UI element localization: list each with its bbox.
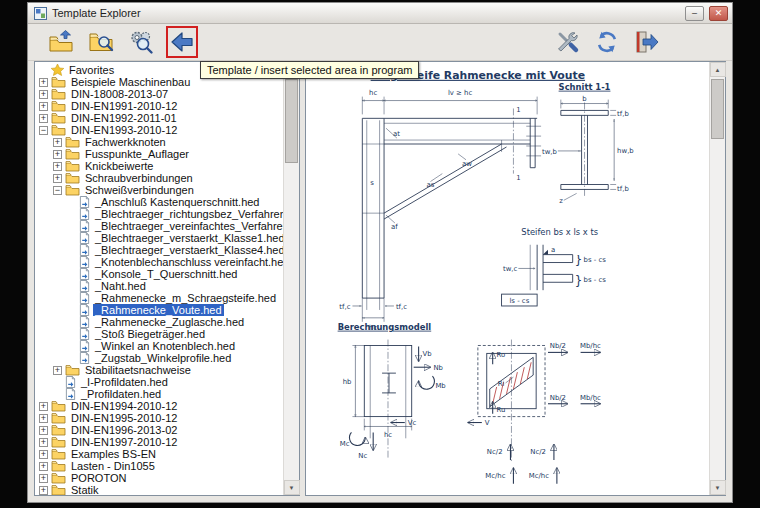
tree-item-file[interactable]: _Anschluß Kastenquerschnitt.hed: [35, 196, 283, 208]
tree-scrollbar[interactable]: ▲ ▼: [283, 62, 299, 495]
dwg-label: tf,b: [617, 110, 629, 118]
refresh-button[interactable]: [592, 27, 622, 57]
folder-icon: [65, 364, 80, 376]
tree-item-file[interactable]: _Blechtraeger_richtungsbez_Verfahren.hed: [35, 208, 283, 220]
folder-icon: [65, 184, 80, 196]
tree-expander[interactable]: +: [39, 450, 48, 459]
tree-item-file[interactable]: _Profildaten.hed: [35, 388, 283, 400]
folder-icon: [51, 448, 66, 460]
tree-expander[interactable]: +: [53, 150, 62, 159]
tree-scroll-thumb[interactable]: [285, 79, 298, 163]
frame-corner-figure: 1 1 at as af aw s: [339, 89, 541, 332]
tree-expander[interactable]: +: [39, 486, 48, 495]
preview-scroll-thumb[interactable]: [711, 79, 724, 139]
dwg-label: Nc/2: [487, 448, 503, 456]
tree-item-folder[interactable]: +DIN-EN1994-2010-12: [35, 400, 283, 412]
tree-item-file[interactable]: _Zugstab_Winkelprofile.hed: [35, 352, 283, 364]
dwg-label: b: [582, 95, 586, 103]
tree-item-folder[interactable]: −DIN-EN1993-2010-12: [35, 124, 283, 136]
tree-item-file[interactable]: _Blechtraeger_verstaerkt_Klasse1.hed: [35, 232, 283, 244]
scroll-down-icon[interactable]: ▼: [710, 480, 726, 495]
dwg-label: Mb: [435, 382, 445, 390]
scroll-down-icon[interactable]: ▼: [284, 480, 300, 495]
tree-expander[interactable]: +: [39, 438, 48, 447]
tree-item-file[interactable]: _Rahmenecke_m_Schraegsteife.hed: [35, 292, 283, 304]
folder-icon: [51, 436, 66, 448]
file-icon: [79, 208, 90, 220]
titlebar[interactable]: Template Explorer – ✕: [28, 3, 732, 24]
tree-item-label: _Rahmenecke_m_Schraegsteife.hed: [93, 292, 278, 304]
tree-item-label: _Profildaten.hed: [79, 388, 163, 400]
tree-item-folder[interactable]: +DIN-EN1996-2013-02: [35, 424, 283, 436]
tree-item-folder[interactable]: +DIN-EN1995-2010-12: [35, 412, 283, 424]
tree-item-file[interactable]: _Naht.hed: [35, 280, 283, 292]
file-icon: [79, 256, 90, 268]
tree-expander[interactable]: −: [53, 186, 62, 195]
tree-expander[interactable]: +: [39, 78, 48, 87]
tree-scroll-track[interactable]: [284, 77, 300, 480]
close-button[interactable]: ✕: [709, 6, 728, 21]
tree-item-file[interactable]: _Winkel an Knotenblech.hed: [35, 340, 283, 352]
tree-expander[interactable]: +: [53, 366, 62, 375]
tree-item-label: DIN-18008-2013-07: [69, 88, 170, 100]
scroll-up-icon[interactable]: ▲: [710, 62, 726, 77]
tree-item-label: DIN-EN1991-2010-12: [69, 100, 179, 112]
tree-item-label: DIN-EN1994-2010-12: [69, 400, 179, 412]
tree-item-label: Fusspunkte_Auflager: [83, 148, 191, 160]
tree-item-folder[interactable]: +DIN-EN1992-2011-01: [35, 112, 283, 124]
find-template-button[interactable]: [86, 27, 116, 57]
preview-scrollbar[interactable]: ▲ ▼: [709, 62, 725, 495]
tree-item-file[interactable]: _Knotenblechanschluss vereinfacht.hed: [35, 256, 283, 268]
dwg-label: as: [427, 181, 435, 189]
dwg-label: lv ≥ hc: [448, 89, 473, 97]
tree-expander[interactable]: +: [39, 426, 48, 435]
preview-scroll-track[interactable]: [710, 77, 726, 480]
tree-item-folder[interactable]: +Stabilitaetsnachweise: [35, 364, 283, 376]
settings-tools-button[interactable]: [552, 27, 582, 57]
tree-item-file[interactable]: _Konsole_T_Querschnitt.hed: [35, 268, 283, 280]
tree-item-file[interactable]: _Stoß Biegeträger.hed: [35, 328, 283, 340]
tree-expander[interactable]: +: [39, 114, 48, 123]
tree-expander[interactable]: +: [53, 162, 62, 171]
tree-expander[interactable]: +: [39, 402, 48, 411]
dwg-label: bs - cs: [584, 256, 607, 264]
tree-item-file[interactable]: _Rahmenecke_Zuglasche.hed: [35, 316, 283, 328]
tree-item-folder[interactable]: +Fachwerkknoten: [35, 136, 283, 148]
tree-item-folder[interactable]: +Fusspunkte_Auflager: [35, 148, 283, 160]
tree-expander[interactable]: +: [39, 102, 48, 111]
tree-item-folder[interactable]: +DIN-EN1997-2010-12: [35, 436, 283, 448]
insert-template-button[interactable]: [168, 28, 196, 56]
folder-icon: [51, 76, 66, 88]
tree-item-file[interactable]: _Rahmenecke_Voute.hed: [35, 304, 283, 316]
tree-item-folder[interactable]: +DIN-18008-2013-07: [35, 88, 283, 100]
tree-expander[interactable]: +: [39, 462, 48, 471]
open-template-button[interactable]: [46, 27, 76, 57]
tree-item-folder[interactable]: +Examples BS-EN: [35, 448, 283, 460]
tree-expander[interactable]: +: [39, 474, 48, 483]
tree-expander[interactable]: +: [53, 138, 62, 147]
dwg-label: Mc: [340, 440, 350, 448]
tree-item-file[interactable]: _Blechtraeger_vereinfachtes_Verfahren.he…: [35, 220, 283, 232]
tree-expander[interactable]: +: [53, 174, 62, 183]
tree-item-folder[interactable]: +Statik: [35, 484, 283, 495]
tree-item-folder[interactable]: +Schraubverbindungen: [35, 172, 283, 184]
tree-expander[interactable]: +: [39, 414, 48, 423]
exit-button[interactable]: [632, 27, 662, 57]
search-options-button[interactable]: [126, 27, 156, 57]
minimize-button[interactable]: –: [685, 6, 704, 21]
tree-expander[interactable]: −: [39, 126, 48, 135]
file-icon: [79, 352, 90, 364]
tree-item-folder[interactable]: +Knickbeiwerte: [35, 160, 283, 172]
tree-expander[interactable]: +: [39, 90, 48, 99]
dwg-label: Mb/hc: [580, 394, 601, 402]
dwg-label: 1: [516, 106, 520, 114]
dwg-label: Nb/2: [550, 394, 566, 402]
tree-item-folder[interactable]: +DIN-EN1991-2010-12: [35, 100, 283, 112]
tree-item-folder[interactable]: +POROTON: [35, 472, 283, 484]
tree-item-label: DIN-EN1997-2010-12: [69, 436, 179, 448]
tree-item-file[interactable]: _Blechtraeger_verstaerkt_Klasse4.hed: [35, 244, 283, 256]
tree-item-folder[interactable]: −Schweißverbindungen: [35, 184, 283, 196]
tree-item-folder[interactable]: +Lasten - Din1055: [35, 460, 283, 472]
file-icon: [79, 304, 90, 316]
tree-item-file[interactable]: _I-Profildaten.hed: [35, 376, 283, 388]
